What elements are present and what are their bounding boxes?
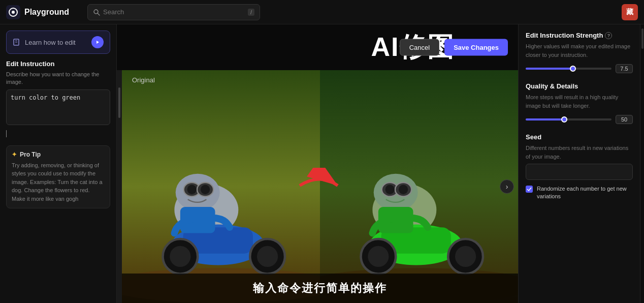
randomize-checkbox[interactable] [526,186,533,193]
play-circle-icon [91,36,104,48]
edit-instruction-section: Edit Instruction Describe how you want t… [6,60,110,139]
svg-point-33 [455,246,476,267]
right-scrollbar[interactable] [640,24,644,303]
pro-tip-header: ✦ Pro Tip [12,151,105,158]
original-image [122,70,320,303]
svg-point-31 [368,246,389,267]
left-scrollbar[interactable] [117,70,122,303]
svg-point-21 [187,185,197,194]
pro-tip-title: Pro Tip [20,151,41,158]
edit-strength-section: Edit Instruction Strength ? Higher value… [526,32,633,73]
edit-strength-title: Edit Instruction Strength ? [526,32,633,39]
right-panel: Edit Instruction Strength ? Higher value… [518,24,640,303]
quality-title: Quality & Details [526,82,633,90]
save-changes-button[interactable]: Save Changes [444,39,508,56]
quality-slider-row: 50 [526,115,633,124]
chevron-right-button[interactable]: › [500,179,514,194]
pro-tip-box: ✦ Pro Tip Try adding, removing, or think… [6,145,110,209]
search-kbd: / [248,9,254,16]
search-input[interactable] [103,8,245,16]
main-layout: Learn how to edit Edit Instruction Descr… [0,24,644,303]
quality-fill [526,118,564,120]
star-icon: ✦ [12,151,17,158]
quality-section: Quality & Details More steps will result… [526,82,633,124]
edit-strength-fill [526,68,573,70]
quality-thumb[interactable] [561,116,567,123]
quality-value: 50 [616,115,633,124]
edit-strength-value: 7.5 [616,64,633,73]
center-panel: AI修图 Cancel Save Changes Original [117,24,518,303]
svg-point-37 [385,185,395,194]
edit-strength-desc: Higher values will make your edited imag… [526,42,633,59]
seed-desc: Different numbers result in new variatio… [526,144,633,161]
center-header: AI修图 Cancel Save Changes [117,24,518,70]
svg-point-15 [170,246,190,267]
edit-strength-track[interactable] [526,68,611,70]
comparison-images [122,70,518,303]
header: Playground / 藏 [0,0,644,24]
btn-group: Cancel Save Changes [400,39,508,56]
scroll-thumb [118,87,120,118]
info-icon[interactable]: ? [605,32,612,39]
seed-input[interactable] [526,164,633,180]
search-bar[interactable]: / [87,4,260,20]
logo-icon [6,5,20,19]
svg-point-17 [257,246,278,267]
image-area: Original [117,70,518,303]
learn-btn-label: Learn how to edit [25,39,76,46]
learn-btn-left: Learn how to edit [13,38,76,46]
logo-area: Playground [6,5,87,19]
cursor-line [6,130,7,137]
sidebar: Learn how to edit Edit Instruction Descr… [0,24,117,303]
edit-strength-slider-row: 7.5 [526,64,633,73]
randomize-label: Randomize each number to get new variati… [537,185,633,201]
cancel-button[interactable]: Cancel [400,39,439,56]
pro-tip-text: Try adding, removing, or thinking of sty… [12,161,105,203]
search-icon [93,9,100,16]
randomize-row: Randomize each number to get new variati… [526,185,633,201]
svg-line-4 [98,13,100,15]
bottom-overlay-text: 输入命令进行简单的操作 [122,274,518,303]
instruction-textarea[interactable]: turn color to green [6,89,110,125]
learn-how-to-edit-button[interactable]: Learn how to edit [6,31,110,54]
canvas-container: Original [122,70,518,303]
edited-image [320,70,518,303]
avatar[interactable]: 藏 [622,4,638,20]
logo-text: Playground [24,8,69,17]
quality-desc: More steps will result in a high quality… [526,93,633,110]
svg-point-22 [201,185,210,194]
seed-section: Seed Different numbers result in new var… [526,133,633,201]
quality-track[interactable] [526,118,611,120]
edit-instruction-desc: Describe how you want to change the imag… [6,71,110,86]
edit-instruction-title: Edit Instruction [6,60,110,68]
svg-point-38 [399,185,408,194]
svg-point-2 [12,11,15,14]
right-scroll-thumb [641,28,643,49]
book-icon [13,38,21,46]
svg-marker-8 [96,41,99,44]
edit-strength-thumb[interactable] [570,66,576,72]
seed-title: Seed [526,133,633,141]
original-label: Original [132,76,155,84]
